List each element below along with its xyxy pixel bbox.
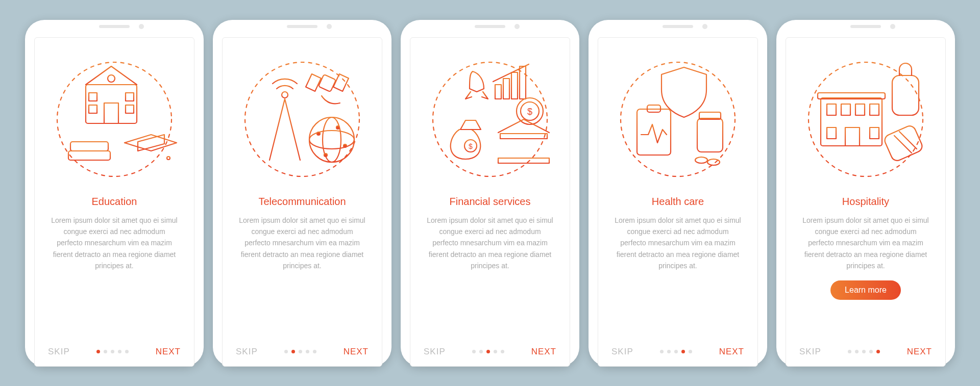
svg-rect-32 xyxy=(495,85,501,99)
svg-point-58 xyxy=(695,157,707,163)
svg-rect-9 xyxy=(126,105,134,113)
dot[interactable] xyxy=(869,350,873,353)
dot[interactable] xyxy=(855,350,859,353)
svg-point-28 xyxy=(336,126,339,129)
next-button[interactable]: NEXT xyxy=(719,347,744,357)
slide-description: Lorem ipsum dolor sit amet quo ei simul … xyxy=(48,215,181,272)
svg-rect-6 xyxy=(89,93,97,101)
svg-rect-23 xyxy=(333,74,349,91)
next-button[interactable]: NEXT xyxy=(344,347,369,357)
svg-point-29 xyxy=(344,144,347,147)
phone-frame: Health care Lorem ipsum dolor sit amet q… xyxy=(589,20,767,367)
learn-more-button[interactable]: Learn more xyxy=(830,280,901,300)
svg-rect-21 xyxy=(318,74,336,92)
svg-rect-5 xyxy=(104,103,118,123)
phone-frame: Education Lorem ipsum dolor sit amet quo… xyxy=(25,20,204,367)
skip-button[interactable]: SKIP xyxy=(611,347,633,357)
dot[interactable] xyxy=(118,350,121,353)
skip-button[interactable]: SKIP xyxy=(799,347,821,357)
dot[interactable] xyxy=(291,350,295,353)
nav-bar: SKIP NEXT xyxy=(611,340,744,357)
dot[interactable] xyxy=(313,350,316,353)
svg-rect-66 xyxy=(855,104,865,115)
onboarding-screen: Education Lorem ipsum dolor sit amet quo… xyxy=(34,37,194,367)
next-button[interactable]: NEXT xyxy=(531,347,556,357)
dot[interactable] xyxy=(494,350,497,353)
pagination-dots xyxy=(96,350,129,353)
next-button[interactable]: NEXT xyxy=(907,347,932,357)
phone-frame: Telecommunication Lorem ipsum dolor sit … xyxy=(213,20,391,367)
svg-rect-11 xyxy=(68,151,110,160)
health-care-illustration xyxy=(611,48,744,191)
dot[interactable] xyxy=(125,350,129,353)
education-illustration xyxy=(48,48,181,191)
pagination-dots xyxy=(472,350,504,353)
dot[interactable] xyxy=(472,350,476,353)
dot[interactable] xyxy=(306,350,309,353)
svg-rect-73 xyxy=(892,75,919,115)
slide-description: Lorem ipsum dolor sit amet quo ei simul … xyxy=(236,215,369,272)
svg-text:$: $ xyxy=(527,107,532,117)
pagination-dots xyxy=(660,350,692,353)
dot[interactable] xyxy=(667,350,671,353)
svg-text:$: $ xyxy=(469,142,473,150)
dot[interactable] xyxy=(104,350,107,353)
svg-rect-33 xyxy=(503,79,509,99)
svg-rect-34 xyxy=(511,72,518,99)
svg-rect-65 xyxy=(841,104,850,115)
dot[interactable] xyxy=(501,350,504,353)
svg-point-59 xyxy=(707,159,720,165)
svg-rect-68 xyxy=(827,127,836,139)
svg-line-77 xyxy=(894,136,912,153)
svg-rect-69 xyxy=(870,127,879,139)
svg-rect-47 xyxy=(498,158,549,163)
svg-point-60 xyxy=(808,62,923,176)
pagination-dots xyxy=(848,350,880,353)
onboarding-screen: Health care Lorem ipsum dolor sit amet q… xyxy=(598,37,758,367)
svg-point-20 xyxy=(282,92,288,98)
dot[interactable] xyxy=(876,350,880,353)
dot[interactable] xyxy=(111,350,114,353)
dot[interactable] xyxy=(848,350,851,353)
dot[interactable] xyxy=(674,350,678,353)
dot[interactable] xyxy=(96,350,100,353)
hospitality-illustration xyxy=(799,48,932,191)
nav-bar: SKIP NEXT xyxy=(236,340,369,357)
svg-point-25 xyxy=(309,131,354,149)
dot[interactable] xyxy=(681,350,685,353)
telecommunication-illustration xyxy=(236,48,369,191)
svg-rect-70 xyxy=(845,127,860,146)
slide-title: Education xyxy=(48,196,181,208)
svg-point-2 xyxy=(108,75,115,82)
svg-rect-8 xyxy=(89,105,97,113)
svg-rect-22 xyxy=(306,74,321,91)
slide-title: Financial services xyxy=(424,196,556,208)
slide-title: Hospitality xyxy=(799,196,932,208)
phone-frame: $ $ Financia xyxy=(401,20,579,367)
dot[interactable] xyxy=(284,350,288,353)
svg-line-78 xyxy=(899,132,917,149)
skip-button[interactable]: SKIP xyxy=(236,347,258,357)
dot[interactable] xyxy=(689,350,692,353)
dot[interactable] xyxy=(660,350,664,353)
slide-description: Lorem ipsum dolor sit amet quo ei simul … xyxy=(611,215,744,272)
svg-point-15 xyxy=(167,157,170,160)
slide-title: Health care xyxy=(611,196,744,208)
svg-point-30 xyxy=(324,153,327,157)
dot[interactable] xyxy=(479,350,483,353)
skip-button[interactable]: SKIP xyxy=(48,347,70,357)
onboarding-screen: Telecommunication Lorem ipsum dolor sit … xyxy=(222,37,382,367)
svg-rect-7 xyxy=(126,93,134,101)
dot[interactable] xyxy=(299,350,302,353)
dot[interactable] xyxy=(486,350,490,353)
skip-button[interactable]: SKIP xyxy=(424,347,446,357)
dot[interactable] xyxy=(862,350,866,353)
onboarding-screen: Hospitality Lorem ipsum dolor sit amet q… xyxy=(786,37,946,367)
onboarding-screen: $ $ Financia xyxy=(410,37,570,367)
slide-title: Telecommunication xyxy=(236,196,369,208)
next-button[interactable]: NEXT xyxy=(156,347,181,357)
svg-rect-64 xyxy=(827,104,836,115)
slide-description: Lorem ipsum dolor sit amet quo ei simul … xyxy=(424,215,556,272)
svg-rect-67 xyxy=(870,104,879,115)
nav-bar: SKIP NEXT xyxy=(799,340,932,357)
